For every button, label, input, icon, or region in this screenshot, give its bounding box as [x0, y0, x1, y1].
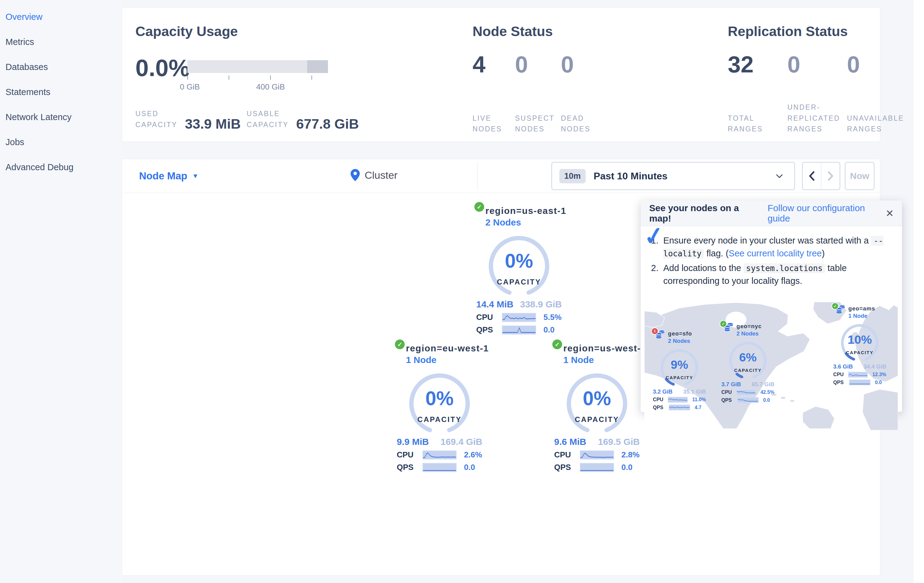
qps-sparkline — [422, 463, 457, 472]
qps-value: 4.7 — [695, 405, 701, 410]
popup-title: See your nodes on a map! — [649, 203, 759, 224]
qps-label: QPS — [397, 463, 417, 472]
qps-value: 0.0 — [621, 463, 632, 472]
live-nodes-value: 4 — [472, 53, 485, 76]
capacity-label: CAPACITY — [728, 368, 768, 373]
capacity-gauge: 9% CAPACITY — [660, 347, 700, 387]
suspect-nodes-label: SUSPECT NODES — [515, 113, 555, 135]
view-mode-label: Node Map — [139, 170, 187, 182]
step-number: 2. — [651, 262, 663, 287]
total-ranges-stat: 32 TOTAL RANGES — [728, 53, 754, 135]
region-name: region=us-west-1 — [563, 343, 647, 354]
capacity-axis-label-400: 400 GiB — [256, 82, 285, 92]
capacity-percent: 10% — [840, 333, 879, 347]
configuration-guide-link[interactable]: Follow our configuration guide — [767, 203, 886, 224]
qps-label: QPS — [554, 463, 574, 472]
qps-sparkline — [849, 379, 870, 385]
capacity-axis-tick — [270, 76, 271, 80]
locality-tree-link[interactable]: See current locality tree — [729, 249, 822, 258]
capacity-percent: 0% — [565, 387, 629, 410]
close-icon[interactable]: × — [886, 207, 893, 220]
cpu-sparkline — [736, 390, 756, 395]
cpu-value: 11.0% — [692, 397, 706, 402]
time-forward-button[interactable] — [821, 163, 840, 189]
capacity-used: 3.6 GiB — [833, 363, 853, 370]
capacity-label: CAPACITY — [660, 375, 700, 380]
under-replicated-ranges-stat: 0 UNDER-REPLICATED RANGES — [787, 53, 800, 135]
unavailable-ranges-value: 0 — [847, 53, 860, 76]
capacity-gauge: 0% CAPACITY — [408, 370, 472, 434]
region-name: region=eu-west-1 — [406, 343, 489, 354]
qps-value: 0.0 — [875, 379, 881, 385]
capacity-used: 3.2 GiB — [653, 389, 672, 395]
live-nodes-label: LIVE NODES — [472, 113, 509, 135]
dead-nodes-value: 0 — [561, 53, 574, 76]
step-text: Ensure every node in your cluster was st… — [663, 234, 892, 260]
capacity-total: 338.9 GiB — [520, 299, 562, 310]
chevron-right-icon — [827, 171, 833, 181]
capacity-bar-reserved-segment — [307, 60, 328, 73]
sidebar-item-advanced-debug[interactable]: Advanced Debug — [5, 155, 122, 180]
sidebar-item-overview[interactable]: Overview — [5, 4, 122, 29]
region-widget-us-east-1[interactable]: ✓ region=us-east-1 2 Nodes 0% CAPACITY 1… — [476, 205, 562, 334]
chevron-left-icon — [809, 171, 815, 181]
healthy-check-icon: ✓ — [552, 339, 562, 349]
suspect-nodes-stat: 0 SUSPECT NODES — [515, 53, 528, 135]
cpu-label: CPU — [653, 397, 665, 402]
dead-nodes-label: DEAD NODES — [561, 113, 597, 135]
sidebar-item-network-latency[interactable]: Network Latency — [5, 104, 122, 130]
healthy-check-icon: ✓ — [474, 202, 484, 212]
region-nodes-link[interactable]: 1 Node — [563, 355, 647, 365]
capacity-axis-tick — [229, 76, 229, 80]
unavailable-ranges-label: UNAVAILABLE RANGES — [847, 113, 904, 135]
cpu-label: CPU — [833, 372, 845, 377]
cpu-sparkline — [668, 397, 688, 403]
sidebar-item-databases[interactable]: Databases — [5, 54, 122, 79]
capacity-gauge: 0% CAPACITY — [565, 370, 629, 434]
capacity-gauge: 6% CAPACITY — [728, 340, 768, 379]
capacity-gauge: 0% CAPACITY — [487, 232, 551, 297]
cpu-label: CPU — [476, 313, 497, 322]
capacity-total: 35.1 GiB — [683, 389, 706, 395]
capacity-percent: 9% — [660, 358, 700, 372]
usable-capacity-value: 677.8 GiB — [296, 116, 359, 132]
locality-nodes-label: 1 Node — [848, 313, 875, 319]
region-nodes-link[interactable]: 2 Nodes — [485, 217, 566, 228]
capacity-axis-label-0: 0 GiB — [180, 82, 200, 92]
setup-step-1: 1. Ensure every node in your cluster was… — [651, 234, 892, 260]
popup-header: See your nodes on a map! Follow our conf… — [641, 201, 902, 226]
qps-sparkline — [580, 463, 614, 472]
capacity-used: 14.4 MiB — [476, 299, 513, 310]
now-button[interactable]: Now — [845, 162, 874, 190]
capacity-label: CAPACITY — [565, 415, 629, 424]
locality-breadcrumb[interactable]: Cluster — [351, 169, 398, 181]
sidebar-item-statements[interactable]: Statements — [5, 79, 122, 104]
suspect-nodes-value: 0 — [515, 53, 528, 76]
scrollbar[interactable] — [914, 0, 924, 583]
region-widget-us-west-1[interactable]: ✓ region=us-west-1 1 Node 0% CAPACITY 9.… — [554, 343, 640, 472]
time-back-button[interactable] — [803, 163, 821, 189]
node-map-panel: Node Map ▼ Cluster 10m Past 10 Minutes N… — [122, 159, 880, 576]
time-range-badge: 10m — [559, 169, 586, 183]
under-replicated-ranges-value: 0 — [787, 53, 800, 76]
qps-label: QPS — [721, 397, 734, 403]
sidebar-item-jobs[interactable]: Jobs — [5, 130, 122, 155]
qps-value: 0.0 — [464, 463, 475, 472]
qps-label: QPS — [833, 379, 846, 385]
qps-label: QPS — [476, 325, 497, 334]
view-mode-dropdown[interactable]: Node Map ▼ — [139, 170, 198, 182]
healthy-check-icon: ✓ — [832, 303, 838, 309]
region-name: region=us-east-1 — [485, 206, 566, 216]
sidebar-item-metrics[interactable]: Metrics — [5, 29, 122, 54]
cpu-sparkline — [580, 450, 614, 459]
time-range-dropdown[interactable]: 10m Past 10 Minutes — [551, 162, 795, 190]
mini-region-geo-nyc: ✓ geo=nyc 2 Nodes 6% CAPACITY — [721, 323, 774, 403]
region-widget-eu-west-1[interactable]: ✓ region=eu-west-1 1 Node 0% CAPACITY 9.… — [397, 343, 482, 472]
cpu-value: 2.6% — [464, 450, 482, 459]
region-nodes-link[interactable]: 1 Node — [406, 355, 489, 365]
cluster-summary-panel: Capacity Usage 0.0% 0 GiB 400 GiB USED C… — [122, 7, 880, 142]
capacity-used: 9.9 MiB — [397, 436, 429, 447]
caret-down-icon: ▼ — [192, 172, 199, 180]
node-status-title: Node Status — [472, 23, 553, 40]
qps-sparkline — [502, 325, 536, 334]
